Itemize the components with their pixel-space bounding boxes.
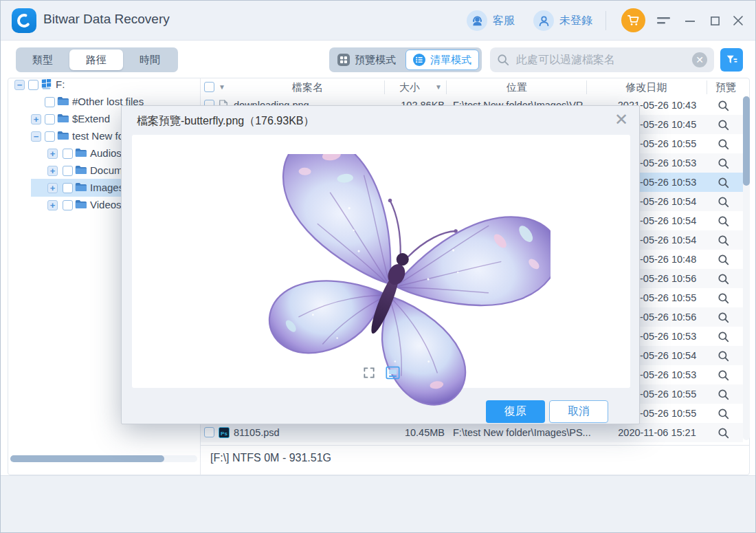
tree-checkbox[interactable] (63, 166, 73, 176)
magnifier-icon[interactable] (718, 331, 729, 345)
magnifier-icon[interactable] (718, 138, 729, 153)
tree-checkbox[interactable] (45, 131, 55, 142)
tree-checkbox[interactable] (45, 97, 55, 107)
magnifier-icon[interactable] (718, 427, 729, 442)
column-header-location[interactable]: 位置 (447, 79, 586, 96)
magnifier-icon[interactable] (718, 119, 729, 133)
app-window: Bitwar Data Recovery 客服 未登錄 (0, 0, 756, 533)
expand-icon[interactable]: + (47, 200, 58, 210)
search-icon (497, 54, 509, 66)
magnifier-icon[interactable] (718, 254, 729, 268)
sort-icon[interactable]: ▼ (435, 83, 442, 91)
tab-time[interactable]: 時間 (123, 50, 177, 70)
select-dropdown-icon[interactable]: ▼ (219, 83, 225, 91)
magnifier-icon[interactable] (718, 273, 729, 287)
modal-close-icon[interactable]: ✕ (614, 111, 628, 128)
expand-icon[interactable]: + (47, 149, 58, 159)
tree-item-label: Audios (90, 147, 122, 159)
search-input[interactable] (515, 53, 687, 67)
tree-checkbox[interactable] (63, 200, 73, 210)
magnifier-icon[interactable] (718, 292, 729, 307)
tree-checkbox[interactable] (28, 80, 38, 90)
column-header-name[interactable]: 檔案名 (231, 79, 384, 96)
row-checkbox[interactable] (204, 427, 214, 437)
folder-icon (57, 131, 69, 142)
expand-icon[interactable]: + (47, 183, 58, 193)
expand-icon[interactable]: + (47, 166, 58, 176)
magnifier-icon[interactable] (718, 235, 729, 249)
column-header-date[interactable]: 修改日期 (586, 79, 707, 96)
tree-checkbox[interactable] (63, 149, 73, 159)
title-bar: Bitwar Data Recovery 客服 未登錄 (1, 1, 756, 41)
fit-screen-icon[interactable] (362, 366, 376, 382)
actual-size-icon[interactable] (386, 366, 400, 382)
collapse-icon[interactable]: − (31, 131, 41, 142)
tree-item-label: Videos (90, 199, 122, 210)
menu-icon (657, 16, 671, 25)
preview-mode-button[interactable]: 預覽模式 (331, 50, 403, 70)
psd-icon: Ps (219, 427, 230, 441)
list-icon (413, 54, 425, 66)
magnifier-icon[interactable] (718, 100, 729, 114)
preview-modal: 檔案預覽-butterfly.png（176.93KB） ✕ (121, 105, 640, 424)
header-separator (446, 80, 447, 94)
magnifier-icon[interactable] (718, 177, 729, 191)
list-mode-button[interactable]: 清單模式 (405, 50, 479, 70)
magnifier-icon[interactable] (718, 369, 729, 384)
list-mode-label: 清單模式 (430, 54, 471, 67)
tree-item-label: F: (56, 78, 65, 90)
column-header-size[interactable]: 大小 (384, 79, 435, 96)
folder-icon (57, 113, 69, 125)
magnifier-icon[interactable] (718, 312, 729, 326)
cart-icon (627, 14, 640, 27)
magnifier-icon[interactable] (718, 389, 729, 403)
drive-icon (41, 79, 52, 91)
magnifier-icon[interactable] (718, 215, 729, 230)
folder-icon (75, 148, 87, 160)
magnifier-icon[interactable] (718, 350, 729, 365)
magnifier-icon[interactable] (718, 408, 729, 422)
collapse-icon[interactable]: − (14, 80, 25, 90)
header-separator (384, 80, 385, 94)
login-button[interactable]: 未登錄 (533, 9, 592, 32)
tab-type[interactable]: 類型 (16, 50, 69, 70)
folder-icon (75, 182, 87, 194)
volume-status: [F:\] NTFS 0M - 931.51G (210, 452, 331, 464)
select-all-checkbox[interactable] (204, 82, 214, 92)
butterfly-image (226, 154, 551, 429)
modal-recover-button[interactable]: 復原 (486, 400, 545, 423)
folder-icon (57, 96, 69, 108)
column-header-preview[interactable]: 預覽 (707, 79, 745, 96)
minimize-button[interactable] (681, 12, 699, 29)
table-vscrollbar[interactable] (743, 96, 750, 440)
maximize-button[interactable] (706, 12, 724, 29)
tree-hscrollbar-thumb[interactable] (10, 455, 164, 462)
funnel-icon (726, 54, 738, 66)
tab-path[interactable]: 路徑 (69, 50, 123, 70)
table-vscrollbar-thumb[interactable] (743, 96, 750, 186)
filter-button[interactable] (720, 48, 743, 72)
cart-button[interactable] (621, 8, 645, 32)
expand-icon[interactable]: + (31, 114, 41, 124)
close-icon (733, 15, 744, 26)
grid-icon (337, 54, 350, 66)
scan-result-tabs: 類型 路徑 時間 (16, 47, 178, 72)
login-label: 未登錄 (559, 14, 592, 28)
user-icon (533, 10, 554, 31)
tree-checkbox[interactable] (63, 183, 73, 193)
tree-item-f-[interactable]: −F: (1, 76, 200, 94)
clear-search-icon[interactable]: ✕ (692, 52, 707, 67)
filter-search-box[interactable]: ✕ (490, 47, 714, 72)
support-label: 客服 (493, 14, 515, 28)
preview-modal-title: 檔案預覽-butterfly.png（176.93KB） (137, 114, 314, 129)
close-button[interactable] (729, 12, 747, 29)
cell-date: 2020-11-06 15:21 (609, 423, 705, 442)
titlebar-divider (605, 11, 606, 30)
menu-button[interactable] (655, 12, 673, 29)
magnifier-icon[interactable] (718, 157, 729, 172)
tree-hscrollbar[interactable] (10, 455, 197, 462)
modal-cancel-button[interactable]: 取消 (549, 400, 608, 423)
support-button[interactable]: 客服 (467, 9, 515, 32)
magnifier-icon[interactable] (718, 196, 729, 210)
tree-checkbox[interactable] (45, 114, 55, 124)
